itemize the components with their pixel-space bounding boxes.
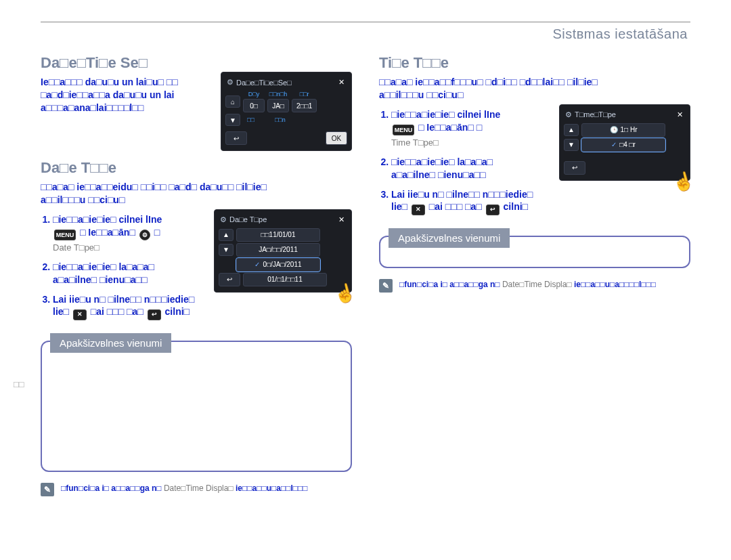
list-item[interactable]: JA□/□□/2011: [236, 243, 320, 257]
shot-title-text: Da□e□Ti□e□Se□: [236, 79, 292, 87]
date-type-lede: □□a□a□ ie□□a□□eidu□ □□i□□ □a□d□ da□u□□ □…: [41, 181, 352, 207]
step-1: □ie□□a□ie□ie□ cilnei lIne MENU □ Ie□□a□ā…: [391, 108, 555, 149]
label-min: □□n: [275, 116, 286, 123]
back-icon: ↩: [148, 309, 161, 320]
footnote-right: ✎ □fun□ci□a i□ a□□a□□ga n□ Date□Time Dis…: [379, 279, 690, 293]
page-number: □□: [14, 379, 24, 389]
note-icon: ✎: [41, 483, 54, 496]
home-icon[interactable]: ⌂: [225, 95, 240, 108]
left-column: Da□e□Ti□e Se□ ⚙ Da□e□Ti□e□Se□ ✕ ⌂: [41, 46, 352, 507]
menu-icon: MENU: [393, 125, 414, 135]
shot3-title-row: ⚙ T□me□T□pe ✕: [565, 110, 684, 119]
down-icon[interactable]: ▼: [225, 114, 240, 126]
close-icon[interactable]: ✕: [337, 215, 346, 224]
screenshot-time-type: ⚙ T□me□T□pe ✕ ▲🕒1□ Hr ▼✓□4 □r ↩: [559, 104, 690, 181]
label-hr: □□: [247, 116, 254, 123]
down-icon[interactable]: ▼: [219, 244, 234, 256]
shot2-title-row: ⚙ Da□e T□pe ✕: [220, 215, 346, 224]
step-2: □ie□□a□ie□ie□ la□a□a□ a□a□ilne□ □ienu□a□…: [53, 261, 217, 286]
down-icon[interactable]: ▼: [564, 139, 579, 151]
time-type-lede: □□a□a□ ie□□a□□f□□□u□ □d□i□□ □d□□lai□□ □i…: [379, 76, 690, 102]
up-icon[interactable]: ▲: [219, 229, 234, 241]
callout-title-left: Apakšizvвlnes vienumi: [50, 333, 171, 353]
list-item[interactable]: □□11/01/01: [236, 228, 320, 242]
footnote-text: □fun□ci□a i□ a□□a□□ga n□ Date□Time Displ…: [399, 279, 656, 290]
footnote-text: □fun□ci□a i□ a□□a□□ga n□ Date□Time Displ…: [61, 483, 308, 494]
back-icon[interactable]: ↩: [225, 131, 247, 145]
list-item[interactable]: 🕒1□ Hr: [581, 123, 665, 137]
date-type-steps: □ie□□a□ie□ie□ cilnei lIne MENU □ Ie□□a□ā…: [41, 213, 217, 320]
month-value[interactable]: JA□: [267, 99, 289, 112]
screenshot-datetime-set: ⚙ Da□e□Ti□e□Se□ ✕ ⌂ D□y 0□: [221, 72, 352, 151]
list-item[interactable]: 01/□1/□□11: [243, 273, 327, 286]
menu-icon: MENU: [54, 230, 76, 240]
note-icon: ✎: [379, 279, 393, 293]
label-month: □□n□h: [269, 91, 287, 98]
shot2-title-text: Da□e T□pe: [229, 215, 267, 223]
footnote-left: ✎ □fun□ci□a i□ a□□a□□ga n□ Date□Time Dis…: [41, 483, 352, 496]
list-item-selected[interactable]: ✓□4 □r: [581, 138, 665, 152]
back-icon[interactable]: ↩: [564, 161, 585, 175]
label-year: □□r: [300, 91, 309, 98]
shot-title-row: ⚙ Da□e□Ti□e□Se□ ✕: [227, 78, 346, 87]
right-column: Ti□e T□□e □□a□a□ ie□□a□□f□□□u□ □d□i□□ □d…: [379, 46, 690, 507]
gear-icon: ⚙: [565, 110, 572, 119]
list-item-selected[interactable]: ✓0□/JA□/2011: [236, 258, 320, 272]
step-1-sub: Time T□pe□: [391, 137, 555, 149]
submenu-callout-right: Apakšizvвlnes vienumi: [379, 236, 690, 268]
gear-icon: ⚙: [139, 230, 150, 240]
step-2: □ie□□a□ie□ie□ la□a□a□ a□a□ilne□ □ienu□a□…: [391, 156, 555, 181]
datetime-set-lede: Ie□□a□□□ da□u□u un lai□u□ □□ □a□d□ie□□a□…: [41, 76, 210, 114]
clock-icon: 🕒: [610, 126, 618, 133]
day-value[interactable]: 0□: [243, 99, 265, 112]
page: Sistвmas iestatāšana Da□e□Ti□e Se□ ⚙ Da□…: [41, 0, 690, 507]
year-value[interactable]: 2□□1: [292, 99, 317, 112]
screenshot-date-type: ⚙ Da□e T□pe ✕ ▲□□11/01/01 ▼JA□/□□/2011 ✓…: [214, 209, 352, 293]
shot3-title-text: T□me□T□pe: [575, 110, 616, 119]
check-icon: ✓: [611, 141, 617, 148]
step-3: Lai iie□u n□ □ilne□□ n□□□iedie□ lie□ ✕ □…: [53, 293, 217, 320]
page-header: Sistвmas iestatāšana: [41, 26, 688, 42]
date-set-grid: D□y 0□ □□n□h JA□ □□r 2□□1: [243, 91, 317, 112]
ok-button[interactable]: OK: [326, 131, 347, 145]
check-icon: ✓: [254, 261, 260, 268]
up-icon[interactable]: ▲: [564, 124, 579, 136]
submenu-callout-left: Apakšizvвlnes vienumi: [41, 341, 352, 472]
label-day: D□y: [248, 91, 259, 98]
section-title-time-type: Ti□e T□□e: [379, 54, 690, 72]
step-1-sub: Date T□pe□: [53, 242, 217, 254]
back-icon[interactable]: ↩: [219, 273, 240, 286]
time-type-steps: □ie□□a□ie□ie□ cilnei lIne MENU □ Ie□□a□ā…: [379, 108, 555, 215]
top-rule: [41, 22, 690, 22]
close-icon[interactable]: ✕: [337, 78, 346, 87]
close-icon: ✕: [73, 309, 87, 320]
step-1: □ie□□a□ie□ie□ cilnei lIne MENU □ Ie□□a□ā…: [53, 213, 217, 254]
step-3: Lai iie□u n□ □ilne□□ n□□□iedie□ lie□ ✕ □…: [391, 188, 555, 215]
close-icon: ✕: [412, 204, 425, 215]
section-title-date-type: Da□e T□□e: [41, 159, 352, 177]
two-column-layout: Da□e□Ti□e Se□ ⚙ Da□e□Ti□e□Se□ ✕ ⌂: [41, 46, 690, 507]
callout-title-right: Apakšizvвlnes vienumi: [389, 228, 510, 248]
section-title-datetime-set: Da□e□Ti□e Se□: [41, 54, 352, 72]
step-1-tail: MENU □ Ie□□a□ān□ ⚙ □: [53, 227, 160, 238]
close-icon[interactable]: ✕: [675, 110, 684, 119]
gear-icon: ⚙: [227, 78, 234, 87]
gear-icon: ⚙: [220, 215, 227, 224]
step-1-tail: MENU □ Ie□□a□ān□ □: [391, 122, 482, 133]
back-icon: ↩: [486, 204, 500, 215]
